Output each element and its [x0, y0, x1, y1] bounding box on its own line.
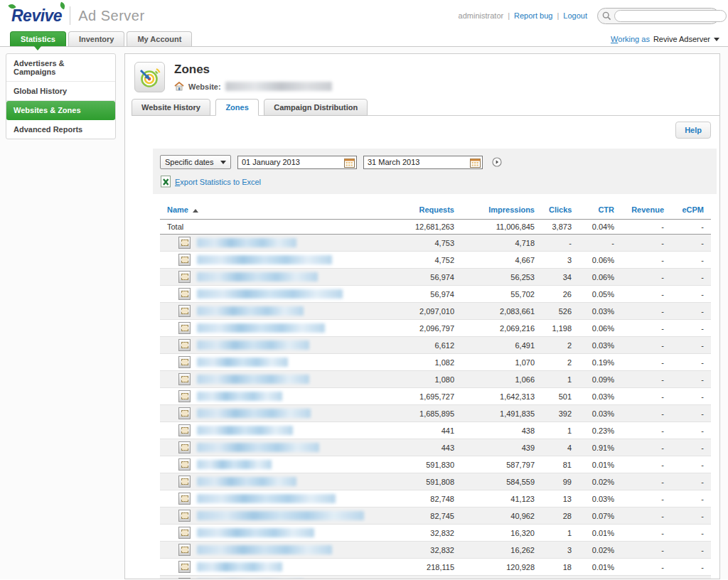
revenue-cell: - — [621, 422, 671, 439]
working-as-link[interactable]: Working as — [611, 35, 650, 43]
revenue-cell: - — [621, 371, 671, 388]
total-row: Total 12,681,263 11,006,845 3,873 0.04% … — [160, 220, 711, 235]
column-header-impressions[interactable]: Impressions — [461, 203, 542, 220]
zone-name-redacted[interactable] — [197, 494, 336, 503]
zone-name-redacted[interactable] — [197, 443, 319, 452]
table-row: 4,753 4,718 - - - - — [160, 235, 711, 252]
zone-name-redacted[interactable] — [197, 477, 296, 486]
zone-name-redacted[interactable] — [197, 460, 272, 469]
logout-link[interactable]: Logout — [563, 11, 587, 20]
zone-icon — [178, 510, 191, 522]
zone-name-redacted[interactable] — [197, 409, 311, 418]
ctr-cell: 0.05% — [579, 286, 621, 303]
column-header-requests[interactable]: Requests — [381, 203, 461, 220]
house-icon — [174, 82, 184, 91]
start-date-input[interactable] — [237, 156, 357, 169]
ecpm-cell: - — [671, 405, 711, 422]
impressions-cell: 41,123 — [461, 490, 542, 508]
zone-name-redacted[interactable] — [197, 426, 293, 435]
column-header-ctr[interactable]: CTR — [579, 203, 621, 220]
ecpm-cell: - — [671, 354, 711, 371]
zone-icon — [178, 305, 191, 317]
zone-icon — [178, 356, 191, 368]
zone-name-redacted[interactable] — [197, 528, 314, 537]
chevron-down-icon — [220, 161, 226, 164]
zone-icon — [178, 544, 191, 556]
calendar-icon[interactable] — [470, 158, 481, 168]
table-row: 1,695,727 1,642,313 501 0.03% - - — [160, 388, 711, 405]
zone-name-redacted[interactable] — [197, 289, 343, 299]
zone-icon — [178, 561, 191, 573]
calendar-icon[interactable] — [344, 158, 355, 168]
zone-name-redacted[interactable] — [197, 392, 282, 401]
export-excel-link[interactable]: Export Statistics to Excel — [175, 178, 261, 186]
logo-divider — [70, 6, 70, 25]
ecpm-cell: - — [671, 303, 711, 320]
ecpm-cell: - — [671, 439, 711, 456]
requests-cell — [381, 576, 461, 580]
apply-dates-icon[interactable] — [492, 157, 502, 167]
clicks-cell: 3 — [542, 252, 579, 269]
zone-name-redacted[interactable] — [197, 340, 309, 350]
table-row: 1,685,895 1,491,835 392 0.03% - - — [160, 405, 711, 422]
zone-name-redacted[interactable] — [197, 255, 332, 264]
zone-name-redacted[interactable] — [197, 306, 304, 316]
total-ecpm: - — [671, 220, 711, 235]
report-bug-link[interactable]: Report bug — [514, 11, 552, 20]
ctr-cell: 0.01% — [579, 559, 621, 576]
impressions-cell: 1,642,313 — [461, 388, 542, 405]
date-range-select[interactable]: Specific dates — [160, 155, 231, 169]
ecpm-cell: - — [671, 388, 711, 405]
end-date-input[interactable] — [363, 156, 483, 169]
column-header-clicks[interactable]: Clicks — [542, 203, 579, 220]
impressions-cell: 120,928 — [461, 559, 542, 576]
app-name: Ad Server — [78, 8, 144, 24]
tab-my-account[interactable]: My Account — [127, 31, 192, 46]
clicks-cell: 4 — [542, 439, 579, 456]
help-button[interactable]: Help — [675, 122, 711, 139]
sidebar-item-global-history[interactable]: Global History — [6, 82, 115, 101]
sub-tab-bar: Website History Zones Campaign Distribut… — [132, 99, 719, 116]
column-header-revenue[interactable]: Revenue — [621, 203, 671, 220]
content-area: Advertisers & Campaigns Global History W… — [0, 47, 728, 579]
subtab-zones[interactable]: Zones — [215, 99, 258, 116]
column-header-ecpm[interactable]: eCPM — [671, 203, 711, 220]
zone-name-redacted[interactable] — [197, 272, 318, 281]
impressions-cell: 438 — [461, 422, 542, 439]
ctr-cell: 0.06% — [579, 269, 621, 286]
zone-name-redacted[interactable] — [197, 375, 309, 384]
impressions-cell: 1,070 — [461, 354, 542, 371]
ecpm-cell — [671, 576, 711, 580]
ecpm-cell: - — [671, 371, 711, 388]
table-header-row: Name Requests Impressions Clicks CTR Rev… — [160, 203, 711, 220]
ctr-cell: 0.91% — [579, 439, 621, 456]
sidebar-item-websites-zones[interactable]: Websites & Zones — [6, 101, 115, 120]
zone-name-redacted[interactable] — [197, 545, 332, 554]
subtab-campaign-distribution[interactable]: Campaign Distribution — [264, 99, 368, 116]
ecpm-cell: - — [671, 337, 711, 354]
ctr-cell: 0.19% — [579, 354, 621, 371]
zone-name-redacted[interactable] — [197, 358, 288, 367]
zone-name-redacted[interactable] — [197, 238, 296, 247]
working-as-account[interactable]: Revive Adserver — [653, 35, 710, 43]
clicks-cell: 2 — [542, 354, 579, 371]
zone-name-redacted[interactable] — [197, 323, 325, 333]
zone-name-redacted[interactable] — [197, 562, 282, 571]
tab-inventory[interactable]: Inventory — [68, 31, 125, 46]
revenue-cell: - — [621, 542, 671, 559]
ctr-cell: 0.09% — [579, 371, 621, 388]
sidebar-item-advanced-reports[interactable]: Advanced Reports — [6, 120, 115, 139]
column-header-name[interactable]: Name — [160, 203, 381, 220]
tab-statistics[interactable]: Statistics — [10, 31, 66, 46]
impressions-cell: 16,320 — [461, 525, 542, 542]
revenue-cell: - — [621, 235, 671, 252]
clicks-cell: 392 — [542, 405, 579, 422]
clicks-cell: 1 — [542, 371, 579, 388]
subtab-website-history[interactable]: Website History — [132, 99, 210, 116]
main-nav: Statistics Inventory My Account Working … — [0, 31, 728, 47]
zone-name-redacted[interactable] — [197, 511, 364, 520]
sidebar-item-advertisers-campaigns[interactable]: Advertisers & Campaigns — [6, 54, 115, 82]
table-row: 1,080 1,066 1 0.09% - - — [160, 371, 711, 388]
search-input[interactable] — [614, 10, 727, 22]
chevron-down-icon[interactable] — [714, 38, 719, 41]
